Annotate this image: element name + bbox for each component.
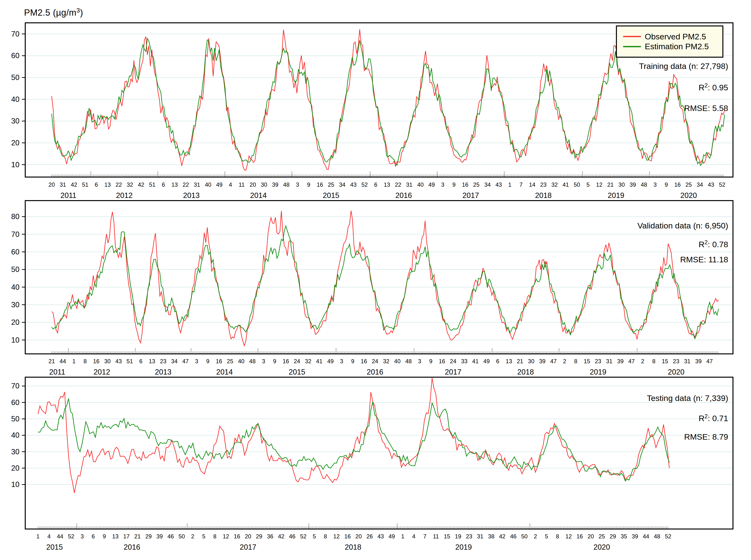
- testing-week-label: 31: [477, 533, 483, 540]
- validation-week-label: 39: [695, 358, 702, 364]
- training-label: Training data (n: 27,798): [639, 62, 728, 70]
- training-week-label: 3: [441, 181, 444, 188]
- testing-week-label: 4: [412, 533, 415, 540]
- validation-week-label: 30: [528, 358, 534, 364]
- validation-week-label: 9: [351, 358, 354, 364]
- validation-year-label: 2011: [49, 368, 65, 376]
- validation-year-label: 2014: [216, 368, 233, 376]
- testing-week-label: 46: [289, 533, 296, 540]
- training-week-label: 25: [473, 181, 480, 188]
- validation-ytick-label: 10: [11, 336, 19, 344]
- validation-week-label: 44: [60, 358, 66, 364]
- testing-x-axis: 1444522015369131721293946502016258121620…: [36, 533, 671, 551]
- validation-week-label: 34: [171, 358, 178, 364]
- training-week-label: 43: [496, 181, 502, 188]
- testing-week-label: 2: [534, 533, 537, 540]
- validation-ytick-label: 80: [11, 212, 19, 221]
- validation-year-label: 2017: [445, 368, 461, 376]
- training-week-label: 3: [653, 181, 656, 188]
- training-ytick-label: 50: [11, 73, 19, 82]
- testing-label: Testing data (n: 7,339): [647, 394, 728, 402]
- validation-week-label: 2: [563, 358, 566, 364]
- training-week-label: 13: [171, 181, 178, 188]
- validation-year-label: 2016: [367, 368, 383, 376]
- testing-week-label: 29: [145, 533, 152, 540]
- training-week-label: 49: [216, 181, 222, 188]
- testing-year-label: 2016: [124, 543, 140, 551]
- training-week-label: 39: [272, 181, 278, 188]
- legend-item-observed: Observed PM2.5: [623, 32, 723, 41]
- testing-week-label: 49: [389, 533, 395, 540]
- validation-week-label: 41: [472, 358, 479, 364]
- training-week-label: 43: [350, 181, 357, 188]
- training-week-label: 42: [71, 181, 77, 188]
- training-week-label: 40: [417, 181, 424, 188]
- training-ytick-label: 70: [11, 30, 19, 38]
- validation-year-label: 2019: [590, 368, 606, 376]
- legend: Observed PM2.5 Estimation PM2.5: [616, 25, 723, 58]
- testing-week-label: 50: [179, 533, 185, 540]
- training-week-label: 4: [229, 181, 232, 188]
- testing-week-label: 44: [643, 533, 649, 540]
- testing-week-label: 12: [566, 533, 572, 540]
- validation-week-label: 49: [483, 358, 490, 364]
- validation-year-label: 2012: [94, 368, 110, 376]
- testing-ytick-label: 60: [11, 398, 19, 407]
- figure-canvas: 1020304050607020314251201161322324251201…: [0, 0, 751, 560]
- testing-week-label: 2: [191, 533, 194, 540]
- validation-week-label: 9: [429, 358, 432, 364]
- validation-week-label: 6: [496, 358, 499, 364]
- training-week-label: 13: [384, 181, 390, 188]
- validation-week-label: 3: [195, 358, 198, 364]
- validation-week-label: 49: [327, 358, 334, 364]
- training-week-label: 1: [508, 181, 511, 188]
- validation-week-label: 24: [372, 358, 378, 364]
- training-week-label: 6: [95, 181, 98, 188]
- testing-week-label: 52: [665, 533, 671, 540]
- validation-week-label: 13: [506, 358, 512, 364]
- training-week-label: 48: [283, 181, 290, 188]
- training-week-label: 34: [484, 181, 491, 188]
- validation-week-label: 15: [662, 358, 668, 364]
- testing-ytick-label: 10: [11, 480, 19, 489]
- testing-week-label: 42: [499, 533, 506, 540]
- training-week-label: 22: [395, 181, 401, 188]
- training-week-label: 9: [307, 181, 310, 188]
- validation-estimation-series-line: [52, 226, 718, 339]
- training-week-label: 43: [708, 181, 714, 188]
- training-ytick-label: 60: [11, 52, 19, 60]
- training-week-label: 40: [205, 181, 212, 188]
- training-week-label: 20: [250, 181, 256, 188]
- validation-week-label: 23: [673, 358, 679, 364]
- validation-week-label: 8: [652, 358, 655, 364]
- testing-week-label: 20: [355, 533, 362, 540]
- testing-week-label: 20: [245, 533, 251, 540]
- testing-ytick-label: 40: [11, 431, 19, 439]
- validation-week-label: 43: [115, 358, 122, 364]
- testing-week-label: 8: [213, 533, 216, 540]
- validation-ytick-label: 50: [11, 265, 19, 274]
- training-week-label: 22: [116, 181, 122, 188]
- validation-week-label: 8: [574, 358, 577, 364]
- testing-week-label: 29: [610, 533, 616, 540]
- testing-week-label: 17: [123, 533, 130, 540]
- chart-title: PM2.5 (µg/m3): [24, 7, 83, 18]
- validation-week-label: 21: [517, 358, 523, 364]
- testing-rmse: RMSE: 8.79: [684, 433, 728, 441]
- pm25-model-figure: PM2.5 (µg/m3) 10203040506070203142512011…: [0, 0, 751, 560]
- testing-year-label: 2015: [46, 543, 63, 551]
- training-week-label: 5: [586, 181, 590, 188]
- validation-week-label: 23: [595, 358, 601, 364]
- training-week-label: 16: [674, 181, 681, 188]
- testing-week-label: 13: [112, 533, 119, 540]
- validation-ytick-label: 60: [11, 248, 19, 256]
- validation-week-label: 24: [450, 358, 456, 364]
- training-week-label: 3: [296, 181, 299, 188]
- testing-year-label: 2019: [455, 543, 472, 551]
- testing-year-label: 2020: [594, 543, 610, 551]
- validation-week-label: 47: [706, 358, 713, 364]
- training-week-label: 31: [194, 181, 200, 188]
- validation-week-label: 9: [206, 358, 209, 364]
- validation-year-label: 2020: [668, 368, 685, 376]
- panel-testing: 1020304050607014445220153691317212939465…: [11, 377, 733, 551]
